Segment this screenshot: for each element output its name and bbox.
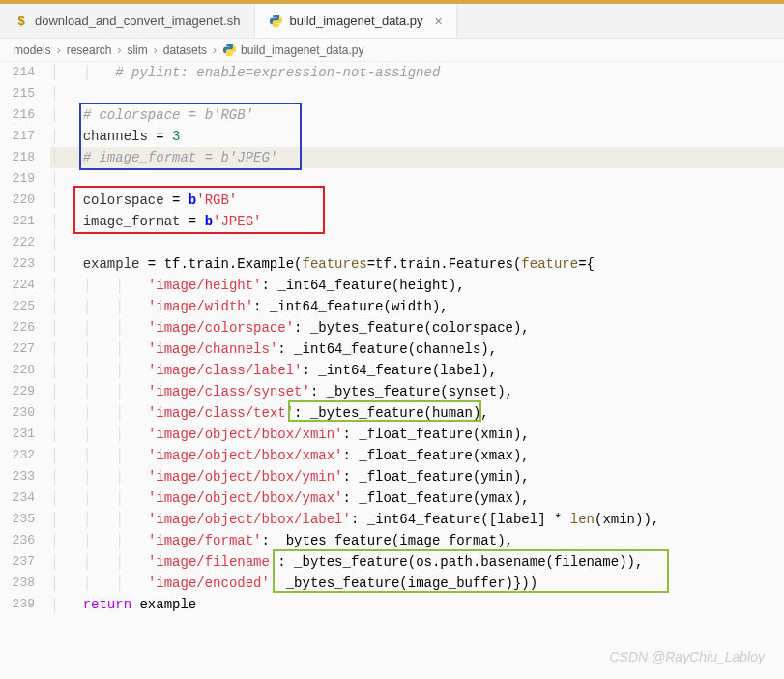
code-line[interactable]: │	[50, 232, 784, 253]
line-number: 226	[0, 317, 35, 339]
chevron-right-icon: ›	[213, 44, 217, 57]
line-number: 233	[0, 466, 35, 487]
line-number: 230	[0, 402, 35, 424]
line-number: 215	[0, 83, 35, 104]
breadcrumb-item[interactable]: build_imagenet_data.py	[241, 44, 363, 57]
code-line[interactable]: │ colorspace = b'RGB'	[50, 190, 784, 211]
code-line[interactable]: │ │ │ 'image/object/bbox/label': _int64_…	[50, 509, 784, 530]
line-number: 228	[0, 360, 35, 381]
chevron-right-icon: ›	[117, 44, 121, 57]
line-number: 238	[0, 573, 35, 594]
code-content[interactable]: │ │ # pylint: enable=expression-not-assi…	[50, 62, 784, 615]
line-number-gutter: 214 215 216 217 218 219 220 221 222 223 …	[0, 62, 50, 615]
code-line[interactable]: │ # colorspace = b'RGB'	[50, 104, 784, 126]
tab-build-imagenet[interactable]: build_imagenet_data.py ×	[255, 4, 457, 38]
code-line[interactable]: │ │ │ 'image/class/label': _int64_featur…	[50, 360, 784, 381]
breadcrumb-item[interactable]: models	[14, 44, 51, 57]
line-number: 216	[0, 104, 35, 126]
code-editor[interactable]: 214 215 216 217 218 219 220 221 222 223 …	[0, 62, 784, 615]
code-line[interactable]: │ │ │ 'image/object/bbox/ymin': _float_f…	[50, 466, 784, 487]
tab-label: download_and_convert_imagenet.sh	[35, 14, 241, 28]
code-line[interactable]: │ example = tf.train.Example(features=tf…	[50, 253, 784, 275]
chevron-right-icon: ›	[154, 44, 158, 57]
line-number: 236	[0, 530, 35, 551]
code-line[interactable]: │ │ │ 'image/object/bbox/ymax': _float_f…	[50, 487, 784, 509]
python-icon	[222, 43, 237, 57]
code-line[interactable]: │ │ # pylint: enable=expression-not-assi…	[50, 62, 784, 83]
code-line[interactable]: │ │ │ 'image/filename': _bytes_feature(o…	[50, 551, 784, 573]
python-icon	[269, 14, 284, 29]
code-line[interactable]: │ │ │ 'image/channels': _int64_feature(c…	[50, 339, 784, 360]
code-line[interactable]: │ # image_format = b'JPEG'	[50, 147, 784, 168]
line-number: 232	[0, 445, 35, 466]
line-number: 223	[0, 253, 35, 275]
line-number: 231	[0, 424, 35, 445]
line-number: 229	[0, 381, 35, 402]
code-line[interactable]: │ channels = 3	[50, 126, 784, 147]
line-number: 219	[0, 168, 35, 190]
line-number: 218	[0, 147, 35, 168]
line-number: 214	[0, 62, 35, 83]
line-number: 227	[0, 339, 35, 360]
watermark: CSDN @RayChiu_Labloy	[609, 649, 765, 664]
chevron-right-icon: ›	[57, 44, 61, 57]
line-number: 239	[0, 594, 35, 615]
breadcrumb: models › research › slim › datasets › bu…	[0, 39, 784, 62]
code-line[interactable]: │	[50, 168, 784, 190]
line-number: 234	[0, 487, 35, 509]
line-number: 222	[0, 232, 35, 253]
line-number: 220	[0, 190, 35, 211]
code-line[interactable]: │	[50, 83, 784, 104]
tab-bar: $ download_and_convert_imagenet.sh build…	[0, 4, 784, 39]
code-line[interactable]: │ │ │ 'image/encoded': _bytes_feature(im…	[50, 573, 784, 594]
code-line[interactable]: │ │ │ 'image/height': _int64_feature(hei…	[50, 275, 784, 296]
code-line[interactable]: │ │ │ 'image/class/synset': _bytes_featu…	[50, 381, 784, 402]
breadcrumb-item[interactable]: datasets	[163, 44, 207, 57]
code-line[interactable]: │ │ │ 'image/object/bbox/xmax': _float_f…	[50, 445, 784, 466]
line-number: 225	[0, 296, 35, 317]
line-number: 224	[0, 275, 35, 296]
code-line[interactable]: │ return example	[50, 594, 784, 615]
breadcrumb-item[interactable]: slim	[127, 44, 147, 57]
tab-download-convert[interactable]: $ download_and_convert_imagenet.sh	[0, 4, 255, 38]
close-icon[interactable]: ×	[435, 14, 443, 29]
line-number: 221	[0, 211, 35, 232]
tab-label: build_imagenet_data.py	[290, 14, 423, 28]
code-line[interactable]: │ │ │ 'image/format': _bytes_feature(ima…	[50, 530, 784, 551]
shell-icon: $	[14, 14, 29, 29]
code-line[interactable]: │ image_format = b'JPEG'	[50, 211, 784, 232]
breadcrumb-item[interactable]: research	[67, 44, 112, 57]
code-line[interactable]: │ │ │ 'image/class/text': _bytes_feature…	[50, 402, 784, 424]
line-number: 235	[0, 509, 35, 530]
code-line[interactable]: │ │ │ 'image/object/bbox/xmin': _float_f…	[50, 424, 784, 445]
code-line[interactable]: │ │ │ 'image/colorspace': _bytes_feature…	[50, 317, 784, 339]
code-line[interactable]: │ │ │ 'image/width': _int64_feature(widt…	[50, 296, 784, 317]
line-number: 217	[0, 126, 35, 147]
line-number: 237	[0, 551, 35, 573]
